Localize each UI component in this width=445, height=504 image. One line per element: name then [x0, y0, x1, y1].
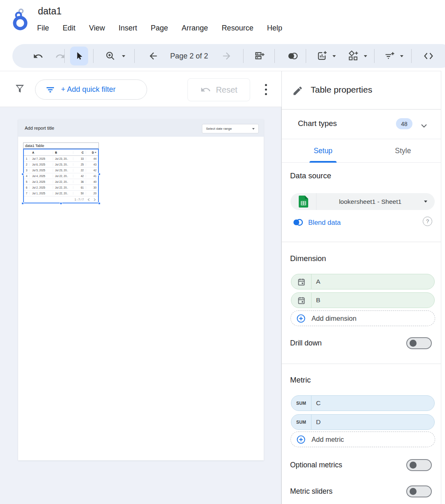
table-header-row: A B C D: [24, 149, 98, 156]
report-canvas[interactable]: Add report title Select date range data1…: [0, 107, 281, 504]
add-data-button[interactable]: [251, 44, 269, 68]
aggregation-label: SUM: [296, 420, 306, 425]
help-icon[interactable]: ?: [423, 217, 432, 226]
menu-resource[interactable]: Resource: [222, 24, 253, 33]
menu-view[interactable]: View: [89, 24, 105, 33]
dimension-field-b[interactable]: B: [291, 292, 435, 308]
menu-edit[interactable]: Edit: [63, 24, 75, 33]
section-divider: [282, 242, 441, 242]
menu-page[interactable]: Page: [151, 24, 168, 33]
add-control-caret[interactable]: [398, 44, 405, 68]
select-tool-button[interactable]: [70, 47, 88, 65]
selection-handle-right[interactable]: [98, 173, 101, 175]
page-indicator[interactable]: Page 2 of 2: [163, 44, 215, 68]
add-chart-caret[interactable]: [330, 44, 338, 68]
dimension-field-a[interactable]: A: [291, 274, 435, 289]
toolbar-separator: [134, 49, 135, 63]
data-source-caret-icon: [424, 201, 427, 203]
blend-data-button[interactable]: [283, 44, 302, 68]
panel-title: Table properties: [311, 85, 372, 95]
tab-style[interactable]: Style: [363, 139, 443, 163]
metric-field-c[interactable]: SUM C: [291, 395, 435, 411]
menu-insert[interactable]: Insert: [119, 24, 137, 33]
menu-help[interactable]: Help: [267, 24, 282, 33]
report-title-placeholder[interactable]: Add report title: [25, 119, 54, 137]
toolbar-separator: [411, 49, 412, 63]
date-range-control[interactable]: Select date range: [202, 124, 259, 133]
blend-data-button[interactable]: Blend data: [291, 216, 433, 229]
add-community-viz-caret[interactable]: [362, 44, 369, 68]
add-chart-icon: [316, 50, 328, 62]
redo-button[interactable]: [53, 44, 68, 68]
table-row: 5Jul 3, 2025Jul 22, 20..3640: [24, 179, 98, 184]
more-options-kebab-button[interactable]: [263, 81, 269, 98]
panel-scrollbar-track[interactable]: [441, 71, 445, 504]
column-header[interactable]: B: [53, 151, 74, 154]
properties-panel: Table properties Chart types 48 Setup St…: [281, 71, 441, 504]
metric-field-d[interactable]: SUM D: [291, 414, 435, 430]
embed-code-button[interactable]: [419, 44, 438, 68]
sort-icon: [95, 152, 96, 153]
add-quick-filter-button[interactable]: + Add quick filter: [35, 79, 147, 100]
calendar-icon: [291, 293, 312, 308]
page-next-icon[interactable]: [94, 198, 96, 201]
table-chart-element[interactable]: data1 Table A B C D 1Jul 7, 2025Jul 23, …: [23, 142, 99, 203]
toolbar-separator: [274, 49, 275, 63]
add-data-icon: [254, 50, 265, 62]
menu-bar: File Edit View Insert Page Arrange Resou…: [37, 24, 282, 33]
blend-icon: [286, 51, 299, 61]
table-row: 2Jul 6, 2025Jul 23, 20..2543: [24, 161, 98, 167]
zoom-dropdown-caret[interactable]: [119, 44, 128, 68]
data-source-selector[interactable]: lookersheet1 - Sheet1: [290, 193, 435, 210]
add-chart-button[interactable]: [313, 44, 330, 68]
chevron-down-icon[interactable]: [419, 121, 429, 131]
toolbar-separator: [243, 49, 244, 63]
app-header: data1 File Edit View Insert Page Arrange…: [0, 0, 445, 41]
arrow-left-icon: [148, 51, 159, 61]
add-community-viz-button[interactable]: [344, 44, 362, 68]
toolbar-separator: [374, 49, 375, 63]
filter-funnel-icon[interactable]: [14, 82, 26, 96]
table-chart-title: data1 Table: [23, 142, 99, 149]
previous-page-button[interactable]: [145, 44, 162, 68]
dimension-heading: Dimension: [290, 254, 326, 263]
optional-metrics-toggle[interactable]: [406, 459, 432, 471]
menu-file[interactable]: File: [37, 24, 49, 33]
chart-types-row[interactable]: Chart types 48: [282, 110, 441, 139]
table-pagination: 1 - 7 / 7: [24, 196, 98, 203]
document-title[interactable]: data1: [38, 6, 62, 17]
undo-icon: [33, 51, 43, 61]
zoom-tool-button[interactable]: [102, 44, 119, 68]
looker-studio-logo-icon[interactable]: [10, 5, 31, 32]
drill-down-toggle[interactable]: [406, 337, 432, 349]
table-row: 3Jul 5, 2025Jul 23, 20..2242: [24, 167, 98, 173]
metric-sliders-label: Metric sliders: [290, 487, 333, 496]
column-header[interactable]: C: [73, 151, 86, 154]
toolbar-pill: Page 2 of 2: [12, 44, 445, 68]
add-metric-button[interactable]: Add metric: [290, 432, 435, 447]
metric-heading: Metric: [290, 376, 311, 385]
selection-handle-bottom-right[interactable]: [98, 202, 101, 205]
add-control-icon: [384, 50, 395, 62]
report-page[interactable]: Add report title Select date range data1…: [18, 119, 264, 460]
panel-header: Table properties: [282, 71, 441, 110]
metric-sliders-toggle[interactable]: [406, 485, 432, 497]
add-control-button[interactable]: [381, 44, 398, 68]
more-tools-button[interactable]: [442, 44, 445, 68]
code-icon: [422, 50, 435, 62]
selection-handle-left[interactable]: [21, 173, 24, 175]
column-header[interactable]: A: [30, 151, 53, 154]
selection-handle-bottom-left[interactable]: [21, 202, 24, 205]
reset-button[interactable]: Reset: [187, 78, 250, 101]
undo-button[interactable]: [30, 44, 45, 68]
optional-metrics-label: Optional metrics: [290, 461, 342, 469]
column-header-sorted[interactable]: D: [86, 151, 98, 154]
add-dimension-button[interactable]: Add dimension: [290, 310, 435, 326]
selection-handle-bottom[interactable]: [60, 202, 62, 205]
page-prev-icon[interactable]: [87, 198, 90, 201]
toolbar-separator: [306, 49, 306, 63]
next-page-button[interactable]: [218, 44, 235, 68]
toolbar: Page 2 of 2: [0, 41, 445, 71]
menu-arrange[interactable]: Arrange: [182, 24, 208, 33]
tab-setup[interactable]: Setup: [283, 139, 363, 163]
